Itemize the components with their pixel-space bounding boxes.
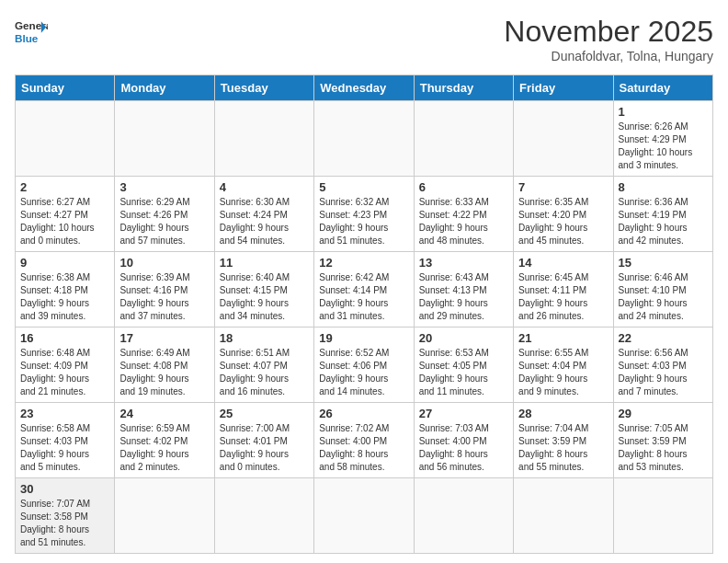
day-info: Sunrise: 6:43 AM Sunset: 4:13 PM Dayligh… [419,271,508,323]
calendar-day-cell [214,101,313,177]
calendar-day-cell: 23Sunrise: 6:58 AM Sunset: 4:03 PM Dayli… [16,403,115,478]
day-info: Sunrise: 6:55 AM Sunset: 4:04 PM Dayligh… [518,347,608,398]
day-info: Sunrise: 7:03 AM Sunset: 4:00 PM Dayligh… [419,422,508,474]
day-info: Sunrise: 7:00 AM Sunset: 4:01 PM Dayligh… [220,422,309,474]
day-info: Sunrise: 6:45 AM Sunset: 4:11 PM Dayligh… [518,271,608,323]
day-info: Sunrise: 6:30 AM Sunset: 4:24 PM Dayligh… [220,196,309,247]
calendar-week-row: 16Sunrise: 6:48 AM Sunset: 4:09 PM Dayli… [16,327,713,403]
day-number: 7 [518,180,608,194]
calendar-day-cell [514,478,613,554]
calendar-day-cell: 28Sunrise: 7:04 AM Sunset: 3:59 PM Dayli… [514,403,613,478]
calendar-day-cell: 26Sunrise: 7:02 AM Sunset: 4:00 PM Dayli… [314,403,414,478]
day-number: 6 [419,180,508,194]
day-info: Sunrise: 6:35 AM Sunset: 4:20 PM Dayligh… [518,196,608,247]
day-info: Sunrise: 6:32 AM Sunset: 4:23 PM Dayligh… [319,196,408,247]
day-number: 24 [119,407,209,420]
calendar-day-cell: 9Sunrise: 6:38 AM Sunset: 4:18 PM Daylig… [16,252,115,327]
day-number: 4 [220,180,309,194]
weekday-header: Saturday [613,75,712,101]
calendar-day-cell [314,478,414,554]
calendar-week-row: 30Sunrise: 7:07 AM Sunset: 3:58 PM Dayli… [16,478,713,554]
day-info: Sunrise: 6:33 AM Sunset: 4:22 PM Dayligh… [419,196,508,247]
day-number: 16 [20,331,109,345]
calendar-week-row: 2Sunrise: 6:27 AM Sunset: 4:27 PM Daylig… [16,177,713,252]
day-number: 3 [119,180,209,194]
logo-icon: General Blue [15,15,48,48]
calendar-day-cell: 13Sunrise: 6:43 AM Sunset: 4:13 PM Dayli… [414,252,513,327]
day-number: 11 [220,256,309,270]
page-header: General Blue November 2025 Dunafoldvar, … [15,15,713,63]
calendar-week-row: 1Sunrise: 6:26 AM Sunset: 4:29 PM Daylig… [16,101,713,177]
day-number: 22 [619,331,708,345]
day-number: 21 [518,331,608,345]
calendar-day-cell: 22Sunrise: 6:56 AM Sunset: 4:03 PM Dayli… [613,327,712,403]
calendar-day-cell [115,478,214,554]
calendar-day-cell: 14Sunrise: 6:45 AM Sunset: 4:11 PM Dayli… [514,252,613,327]
calendar-day-cell: 24Sunrise: 6:59 AM Sunset: 4:02 PM Dayli… [115,403,214,478]
calendar-day-cell: 11Sunrise: 6:40 AM Sunset: 4:15 PM Dayli… [214,252,313,327]
day-number: 27 [419,407,508,420]
day-number: 2 [20,180,109,194]
day-info: Sunrise: 6:26 AM Sunset: 4:29 PM Dayligh… [619,121,708,172]
day-number: 29 [619,407,708,420]
logo: General Blue [15,15,48,48]
calendar-day-cell: 27Sunrise: 7:03 AM Sunset: 4:00 PM Dayli… [414,403,513,478]
calendar-day-cell: 20Sunrise: 6:53 AM Sunset: 4:05 PM Dayli… [414,327,513,403]
day-info: Sunrise: 6:53 AM Sunset: 4:05 PM Dayligh… [419,347,508,398]
day-number: 1 [619,105,708,119]
calendar-day-cell: 3Sunrise: 6:29 AM Sunset: 4:26 PM Daylig… [115,177,214,252]
calendar-header-row: SundayMondayTuesdayWednesdayThursdayFrid… [16,75,713,101]
day-info: Sunrise: 6:59 AM Sunset: 4:02 PM Dayligh… [119,422,209,474]
calendar-day-cell: 7Sunrise: 6:35 AM Sunset: 4:20 PM Daylig… [514,177,613,252]
day-info: Sunrise: 6:39 AM Sunset: 4:16 PM Dayligh… [119,271,209,323]
day-number: 23 [20,407,109,420]
day-info: Sunrise: 6:58 AM Sunset: 4:03 PM Dayligh… [20,422,109,474]
weekday-header: Friday [514,75,613,101]
calendar-week-row: 9Sunrise: 6:38 AM Sunset: 4:18 PM Daylig… [16,252,713,327]
day-number: 30 [20,482,109,496]
calendar-day-cell: 1Sunrise: 6:26 AM Sunset: 4:29 PM Daylig… [613,101,712,177]
calendar-day-cell: 12Sunrise: 6:42 AM Sunset: 4:14 PM Dayli… [314,252,414,327]
calendar-day-cell: 8Sunrise: 6:36 AM Sunset: 4:19 PM Daylig… [613,177,712,252]
day-info: Sunrise: 7:04 AM Sunset: 3:59 PM Dayligh… [518,422,608,474]
day-info: Sunrise: 6:29 AM Sunset: 4:26 PM Dayligh… [119,196,209,247]
title-block: November 2025 Dunafoldvar, Tolna, Hungar… [504,15,713,63]
calendar-day-cell [16,101,115,177]
calendar-day-cell: 25Sunrise: 7:00 AM Sunset: 4:01 PM Dayli… [214,403,313,478]
calendar-day-cell [314,101,414,177]
day-info: Sunrise: 6:42 AM Sunset: 4:14 PM Dayligh… [319,271,408,323]
calendar-day-cell [514,101,613,177]
calendar-day-cell: 30Sunrise: 7:07 AM Sunset: 3:58 PM Dayli… [16,478,115,554]
day-number: 20 [419,331,508,345]
day-number: 17 [119,331,209,345]
day-info: Sunrise: 6:49 AM Sunset: 4:08 PM Dayligh… [119,347,209,398]
calendar-table: SundayMondayTuesdayWednesdayThursdayFrid… [15,75,713,554]
day-number: 19 [319,331,408,345]
day-number: 10 [119,256,209,270]
day-info: Sunrise: 6:38 AM Sunset: 4:18 PM Dayligh… [20,271,109,323]
day-info: Sunrise: 6:36 AM Sunset: 4:19 PM Dayligh… [619,196,708,247]
location-subtitle: Dunafoldvar, Tolna, Hungary [504,49,713,63]
calendar-day-cell: 4Sunrise: 6:30 AM Sunset: 4:24 PM Daylig… [214,177,313,252]
month-title: November 2025 [504,15,713,49]
calendar-day-cell: 5Sunrise: 6:32 AM Sunset: 4:23 PM Daylig… [314,177,414,252]
weekday-header: Sunday [16,75,115,101]
day-info: Sunrise: 6:46 AM Sunset: 4:10 PM Dayligh… [619,271,708,323]
day-info: Sunrise: 6:27 AM Sunset: 4:27 PM Dayligh… [20,196,109,247]
day-info: Sunrise: 7:02 AM Sunset: 4:00 PM Dayligh… [319,422,408,474]
day-info: Sunrise: 6:48 AM Sunset: 4:09 PM Dayligh… [20,347,109,398]
svg-text:Blue: Blue [15,32,39,44]
day-number: 13 [419,256,508,270]
day-number: 25 [220,407,309,420]
day-number: 15 [619,256,708,270]
weekday-header: Monday [115,75,214,101]
day-number: 14 [518,256,608,270]
weekday-header: Wednesday [314,75,414,101]
day-info: Sunrise: 6:56 AM Sunset: 4:03 PM Dayligh… [619,347,708,398]
calendar-day-cell: 19Sunrise: 6:52 AM Sunset: 4:06 PM Dayli… [314,327,414,403]
day-number: 5 [319,180,408,194]
weekday-header: Tuesday [214,75,313,101]
calendar-day-cell [115,101,214,177]
day-number: 26 [319,407,408,420]
day-info: Sunrise: 6:51 AM Sunset: 4:07 PM Dayligh… [220,347,309,398]
